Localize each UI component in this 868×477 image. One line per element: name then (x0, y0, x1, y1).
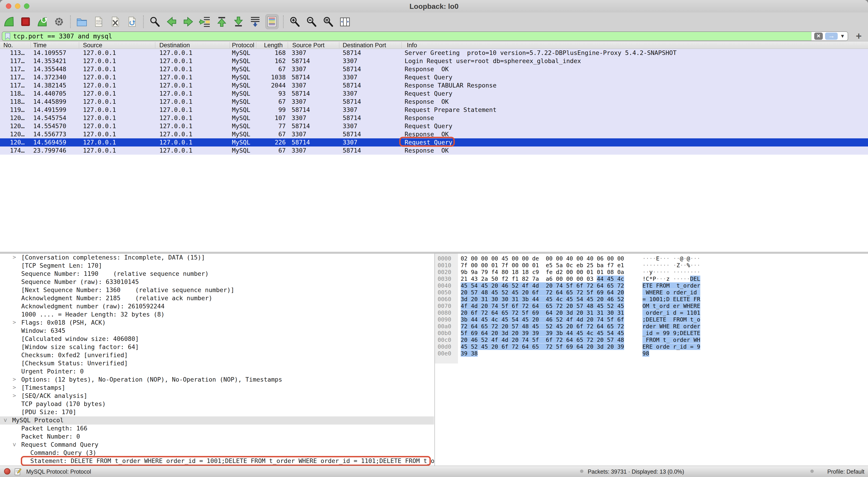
restart-capture-icon[interactable] (36, 14, 49, 29)
column-separator[interactable] (339, 42, 339, 48)
hex-row[interactable]: 000002 00 00 00 45 00 00 de 00 00 40 00 … (435, 255, 868, 262)
hex-row[interactable]: 00107f 00 00 01 7f 00 00 01 e5 5a 0c eb … (435, 262, 868, 269)
hex-row[interactable]: 003021 43 2a 50 f2 f1 82 7a a6 00 00 00 … (435, 275, 868, 282)
detail-line[interactable]: [Next Sequence Number: 1360 (relative se… (0, 286, 434, 294)
hex-row[interactable]: 005020 57 48 45 52 45 20 6f 72 64 65 72 … (435, 289, 868, 296)
packet-row[interactable]: 118…14.440705127.0.0.1127.0.0.1MySQL5871… (0, 90, 868, 98)
column-header-no[interactable]: No. (3, 42, 13, 49)
column-separator[interactable] (288, 42, 288, 48)
detail-line[interactable]: >[Timestamps] (0, 384, 434, 392)
detail-line[interactable]: >[Conversation completeness: Incomplete,… (0, 254, 434, 262)
detail-line[interactable]: 1000 .... = Header Length: 32 bytes (8) (0, 310, 434, 319)
detail-line[interactable]: >Flags: 0x018 (PSH, ACK) (0, 319, 434, 327)
column-header-protocol[interactable]: Protocol (232, 42, 254, 49)
detail-line[interactable]: Sequence Number (raw): 633010145 (0, 278, 434, 286)
go-top-icon[interactable] (215, 14, 228, 29)
packet-row[interactable]: 119…14.491599127.0.0.1127.0.0.1MySQL5871… (0, 106, 868, 114)
detail-line[interactable]: Acknowledgment Number: 2185 (relative ac… (0, 294, 434, 302)
chevron-right-icon[interactable]: > (13, 392, 16, 399)
detail-line[interactable]: Urgent Pointer: 0 (0, 367, 434, 376)
column-header-destination-port[interactable]: Destination Port (343, 42, 386, 49)
detail-line[interactable]: [TCP Segment Len: 170] (0, 262, 434, 270)
packet-row[interactable]: 113…14.109557127.0.0.1127.0.0.1MySQL3307… (0, 49, 868, 57)
hex-row[interactable]: 00e039 3898 (435, 350, 868, 357)
hex-row[interactable]: 00704f 4d 20 74 5f 6f 72 64 65 72 20 57 … (435, 302, 868, 309)
chevron-right-icon[interactable]: > (13, 384, 16, 391)
packet-row[interactable]: 174…23.799746127.0.0.1127.0.0.1MySQL3307… (0, 147, 868, 155)
hex-row[interactable]: 008020 6f 72 64 65 72 5f 69 64 20 3d 20 … (435, 309, 868, 316)
filter-clear-button[interactable]: × (814, 33, 823, 40)
colorize-icon[interactable] (266, 14, 278, 29)
hex-row[interactable]: 00b05f 69 64 20 3d 20 39 39 39 3b 44 45 … (435, 330, 868, 336)
column-header-length[interactable]: Length (264, 42, 283, 49)
column-header-source-port[interactable]: Source Port (292, 42, 324, 49)
detail-line[interactable]: vRequest Command Query (0, 441, 434, 449)
detail-line[interactable]: TCP payload (170 bytes) (0, 400, 434, 408)
detail-line[interactable]: [Window size scaling factor: 64] (0, 343, 434, 351)
filter-dropdown-icon[interactable]: ▼ (840, 33, 845, 39)
filter-apply-button[interactable]: → (825, 33, 838, 40)
auto-scroll-icon[interactable] (249, 14, 262, 29)
filter-bookmark-icon[interactable] (2, 32, 13, 40)
detail-line[interactable]: [Calculated window size: 406080] (0, 335, 434, 343)
column-header-destination[interactable]: Destination (159, 42, 190, 49)
packet-row[interactable]: 118…14.445899127.0.0.1127.0.0.1MySQL3307… (0, 98, 868, 106)
hex-row[interactable]: 004045 54 45 20 46 52 4f 4d 20 74 5f 6f … (435, 282, 868, 289)
packet-row[interactable]: 117…14.372340127.0.0.1127.0.0.1MySQL5871… (0, 73, 868, 81)
zoom-in-icon[interactable] (288, 14, 301, 29)
chevron-down-icon[interactable]: v (4, 417, 7, 423)
go-bottom-icon[interactable] (232, 14, 245, 29)
column-separator[interactable] (79, 42, 79, 48)
zoom-reset-icon[interactable] (322, 14, 335, 29)
open-file-icon[interactable] (75, 14, 88, 29)
chevron-right-icon[interactable]: > (13, 376, 16, 383)
packet-row[interactable]: 120…14.545754127.0.0.1127.0.0.1MySQL3307… (0, 114, 868, 122)
find-packet-icon[interactable] (148, 14, 161, 29)
column-separator[interactable] (401, 42, 402, 48)
column-separator[interactable] (256, 42, 256, 48)
packet-row[interactable]: 117…14.382145127.0.0.1127.0.0.1MySQL3307… (0, 81, 868, 90)
hex-row[interactable]: 00903b 44 45 4c 45 54 45 20 46 52 4f 4d … (435, 316, 868, 323)
hex-row[interactable]: 00603d 20 31 30 30 31 3b 44 45 4c 45 54 … (435, 296, 868, 302)
go-to-packet-icon[interactable] (198, 14, 212, 29)
start-capture-icon[interactable] (2, 14, 16, 29)
detail-line[interactable]: Packet Number: 0 (0, 433, 434, 441)
detail-line[interactable]: Window: 6345 (0, 327, 434, 335)
chevron-down-icon[interactable]: v (13, 441, 16, 448)
detail-line[interactable]: >Options: (12 bytes), No-Operation (NOP)… (0, 376, 434, 384)
go-back-icon[interactable] (165, 14, 178, 29)
packet-row[interactable]: 117…14.355448127.0.0.1127.0.0.1MySQL3307… (0, 65, 868, 73)
expert-info-icon[interactable] (4, 468, 10, 475)
column-header-source[interactable]: Source (83, 42, 102, 49)
stop-capture-icon[interactable] (19, 14, 32, 29)
detail-line[interactable]: Statement: DELETE FROM t_order WHERE ord… (0, 457, 434, 465)
packet-row[interactable]: 120…14.554570127.0.0.1127.0.0.1MySQL5871… (0, 122, 868, 130)
hex-row[interactable]: 00d045 52 45 20 6f 72 64 65 72 5f 69 64 … (435, 343, 868, 350)
chevron-right-icon[interactable]: > (13, 254, 16, 261)
hex-row[interactable]: 00a072 64 65 72 20 57 48 45 52 45 20 6f … (435, 323, 868, 330)
hex-row[interactable]: 00209b 9a 79 f4 80 18 18 c9 fe d2 00 00 … (435, 269, 868, 275)
packet-row[interactable]: 117…14.353421127.0.0.1127.0.0.1MySQL5871… (0, 57, 868, 65)
column-separator[interactable] (155, 42, 155, 48)
detail-line[interactable]: [Checksum Status: Unverified] (0, 359, 434, 367)
column-header-time[interactable]: Time (33, 42, 46, 49)
packet-row[interactable]: 120…14.569459127.0.0.1127.0.0.1MySQL5871… (0, 138, 868, 147)
pane-splitter[interactable] (0, 252, 868, 254)
zoom-out-icon[interactable] (305, 14, 318, 29)
reload-file-icon[interactable] (125, 14, 138, 29)
detail-line[interactable]: vMySQL Protocol (0, 416, 434, 424)
go-forward-icon[interactable] (182, 14, 195, 29)
detail-line[interactable]: [PDU Size: 170] (0, 408, 434, 416)
save-file-icon[interactable]: 01010110 (92, 14, 105, 29)
hex-row[interactable]: 00c020 46 52 4f 4d 20 74 5f 6f 72 64 65 … (435, 336, 868, 343)
column-header-info[interactable]: Info (407, 42, 417, 49)
detail-line[interactable]: Packet Length: 166 (0, 424, 434, 433)
capture-comment-icon[interactable] (14, 468, 21, 477)
filter-add-button[interactable]: + (856, 31, 862, 41)
capture-options-icon[interactable] (53, 14, 66, 29)
resize-columns-icon[interactable] (338, 14, 351, 29)
close-file-icon[interactable] (109, 14, 122, 29)
chevron-right-icon[interactable]: > (13, 319, 16, 326)
filter-text[interactable]: tcp.port == 3307 and mysql (13, 33, 811, 40)
detail-line[interactable]: >[SEQ/ACK analysis] (0, 392, 434, 400)
